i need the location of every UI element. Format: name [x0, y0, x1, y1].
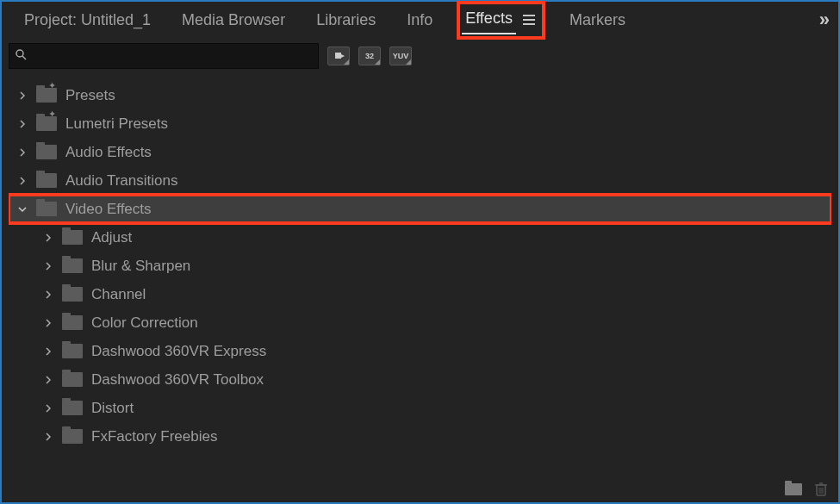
chevron-right-icon[interactable]	[43, 403, 53, 414]
tab-project[interactable]: Project: Untitled_1	[12, 4, 163, 36]
chevron-down-icon[interactable]	[17, 204, 28, 215]
folder-icon	[62, 258, 83, 273]
tab-info[interactable]: Info	[395, 4, 445, 36]
tree-item-video-effects[interactable]: Video Effects	[9, 195, 831, 223]
svg-line-1	[22, 56, 26, 59]
tree-item-audio-transitions[interactable]: Audio Transitions	[9, 166, 831, 195]
svg-marker-4	[341, 54, 345, 58]
chevron-right-icon[interactable]	[17, 90, 28, 101]
filter-accelerated-button[interactable]	[327, 47, 350, 65]
folder-icon	[62, 429, 83, 444]
panel-tab-bar: Project: Untitled_1 Media Browser Librar…	[2, 2, 838, 38]
chevron-right-icon[interactable]	[43, 346, 53, 357]
tree-label: Distort	[91, 400, 134, 417]
chevron-right-icon[interactable]	[17, 176, 28, 186]
delete-button[interactable]	[814, 482, 828, 497]
tab-markers[interactable]: Markers	[557, 4, 638, 36]
tree-item-distort[interactable]: Distort	[9, 394, 831, 422]
tree-item-dashwood-express[interactable]: Dashwood 360VR Express	[9, 337, 831, 365]
effects-tree[interactable]: Presets Lumetri Presets Audio Effects Au…	[9, 81, 831, 473]
tree-item-audio-effects[interactable]: Audio Effects	[9, 138, 831, 166]
folder-icon	[62, 372, 83, 387]
folder-icon	[62, 315, 83, 330]
tree-label: FxFactory Freebies	[91, 428, 217, 445]
folder-icon	[36, 145, 57, 159]
tree-item-fxfactory[interactable]: FxFactory Freebies	[9, 422, 831, 451]
tree-item-blur-sharpen[interactable]: Blur & Sharpen	[9, 252, 831, 280]
tree-label: Color Correction	[91, 314, 198, 332]
tree-label: Audio Effects	[65, 144, 152, 161]
effects-panel: Project: Untitled_1 Media Browser Librar…	[0, 0, 840, 504]
tree-item-dashwood-toolbox[interactable]: Dashwood 360VR Toolbox	[9, 365, 831, 394]
tree-label: Video Effects	[65, 201, 152, 218]
search-input[interactable]	[30, 49, 313, 63]
chevron-right-icon[interactable]	[43, 318, 53, 328]
chevron-right-icon[interactable]	[43, 375, 53, 385]
tree-item-adjust[interactable]: Adjust	[9, 223, 831, 252]
svg-rect-3	[335, 53, 341, 59]
panel-footer	[2, 476, 838, 502]
tab-overflow-icon[interactable]: »	[816, 9, 831, 31]
folder-icon	[62, 344, 83, 358]
chevron-right-icon[interactable]	[43, 289, 53, 300]
tab-media-browser[interactable]: Media Browser	[170, 4, 297, 36]
filter-32bit-button[interactable]: 32	[358, 47, 381, 65]
tree-item-lumetri[interactable]: Lumetri Presets	[9, 109, 831, 138]
tree-label: Channel	[91, 286, 146, 303]
tree-label: Blur & Sharpen	[91, 258, 190, 275]
accelerated-icon	[333, 51, 345, 62]
new-bin-button[interactable]	[785, 483, 802, 495]
tree-label: Lumetri Presets	[65, 115, 168, 133]
folder-icon	[62, 230, 83, 245]
tree-item-presets[interactable]: Presets	[9, 81, 831, 109]
preset-folder-icon	[36, 88, 57, 103]
svg-point-0	[16, 50, 23, 57]
tree-label: Dashwood 360VR Toolbox	[91, 371, 264, 389]
folder-icon	[36, 202, 57, 216]
effects-tab-highlight: Effects	[457, 1, 545, 40]
tree-item-channel[interactable]: Channel	[9, 280, 831, 308]
folder-icon	[36, 173, 57, 188]
chevron-right-icon[interactable]	[17, 147, 28, 158]
chevron-right-icon[interactable]	[17, 119, 28, 129]
chevron-right-icon[interactable]	[43, 261, 53, 271]
panel-menu-icon[interactable]	[521, 13, 537, 27]
tree-label: Adjust	[91, 229, 132, 246]
preset-folder-icon	[36, 116, 57, 131]
tab-libraries[interactable]: Libraries	[304, 4, 388, 36]
tree-label: Dashwood 360VR Express	[91, 343, 266, 360]
chevron-right-icon[interactable]	[43, 233, 53, 243]
tree-label: Presets	[65, 87, 115, 104]
folder-icon	[62, 287, 83, 302]
search-box[interactable]	[9, 43, 319, 69]
search-row: 32 YUV	[2, 38, 838, 74]
filter-yuv-button[interactable]: YUV	[389, 47, 412, 65]
chevron-right-icon[interactable]	[43, 432, 53, 442]
folder-icon	[62, 401, 83, 415]
tree-item-color-correction[interactable]: Color Correction	[9, 308, 831, 337]
tab-effects[interactable]: Effects	[462, 6, 516, 34]
tree-label: Audio Transitions	[65, 172, 177, 190]
search-icon	[15, 48, 27, 64]
